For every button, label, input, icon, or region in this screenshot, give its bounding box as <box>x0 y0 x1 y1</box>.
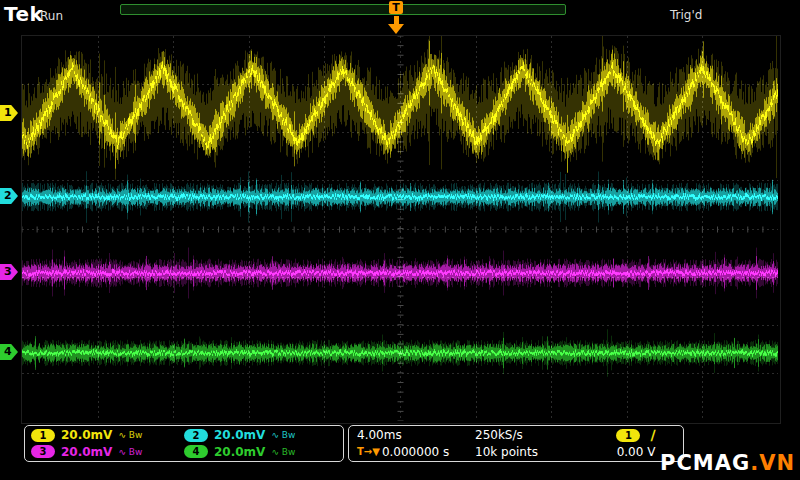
channel-2-marker: 2 <box>0 188 18 204</box>
trigger-slope-icon: ∕ <box>650 427 655 443</box>
channel-1-scale: 20.0mV <box>61 428 112 442</box>
trigger-status: Trig'd <box>670 8 702 22</box>
channel-readouts-box: 1 20.0mV ∿ Bᴡ 2 20.0mV ∿ Bᴡ 3 20.0mV ∿ B… <box>24 425 344 462</box>
channel-3-marker: 3 <box>0 264 18 280</box>
watermark-suffix: .VN <box>750 451 795 475</box>
channel-1-badge: 1 <box>31 429 55 442</box>
channel-2-scale: 20.0mV <box>214 428 265 442</box>
channel-1-readout: 1 20.0mV ∿ Bᴡ <box>31 427 184 444</box>
acquisition-status: Run <box>40 9 63 23</box>
channel-3-readout: 3 20.0mV ∿ Bᴡ <box>31 444 184 461</box>
channel-4-marker: 4 <box>0 344 18 360</box>
watermark: PCMAG.VN <box>660 451 795 475</box>
record-view-bar <box>120 4 566 15</box>
trigger-position-arrow-icon <box>388 16 404 34</box>
waveform-canvas <box>22 36 778 421</box>
channel-4-readout: 4 20.0mV ∿ Bᴡ <box>184 444 337 461</box>
trigger-arrow-head <box>388 24 404 34</box>
channel-4-coupling-bandwidth-icons: ∿ Bᴡ <box>271 447 295 457</box>
channel-1-marker: 1 <box>0 105 18 121</box>
channel-4-badge: 4 <box>184 445 208 458</box>
trigger-source-badge: 1 <box>616 429 640 442</box>
channel-2-coupling-bandwidth-icons: ∿ Bᴡ <box>271 430 295 440</box>
timebase-scale: 4.00ms <box>357 428 475 442</box>
channel-2-readout: 2 20.0mV ∿ Bᴡ <box>184 427 337 444</box>
horizontal-trigger-readout-box: 4.00ms 250kS/s 1 ∕ T→▼ 0.000000 s 10k po… <box>348 425 684 462</box>
trigger-arrow-stem <box>394 16 399 24</box>
channel-3-scale: 20.0mV <box>61 445 112 459</box>
trigger-position-icon: T→▼ <box>357 446 380 457</box>
channel-3-coupling-bandwidth-icons: ∿ Bᴡ <box>118 447 142 457</box>
channel-4-scale: 20.0mV <box>214 445 265 459</box>
sample-rate: 250kS/s <box>475 428 593 442</box>
channel-2-badge: 2 <box>184 429 208 442</box>
oscilloscope-screen: Tek Run T Trig'd 1 2 3 4 1 20.0mV ∿ Bᴡ 2… <box>0 0 800 480</box>
trigger-source-readout: 1 ∕ <box>593 427 679 443</box>
record-length: 10k points <box>475 445 593 459</box>
trigger-position-readout: T→▼ 0.000000 s <box>357 445 475 459</box>
tek-logo: Tek <box>4 2 43 26</box>
trigger-position-flag: T <box>389 1 403 14</box>
channel-3-badge: 3 <box>31 445 55 458</box>
watermark-main: PCMAG <box>660 451 750 475</box>
graticule-area <box>21 35 781 424</box>
channel-1-coupling-bandwidth-icons: ∿ Bᴡ <box>118 430 142 440</box>
trigger-time: 0.000000 s <box>382 445 449 459</box>
